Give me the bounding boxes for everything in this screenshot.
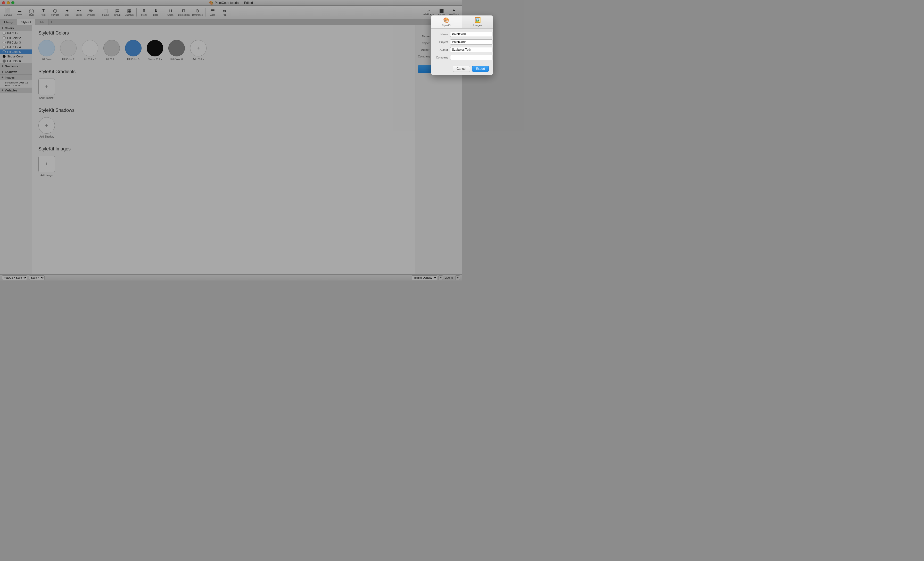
- modal-company-row: Company: [435, 55, 462, 60]
- export-modal: 🎨 StyleKit 🖼️ Images Name Project Author: [431, 15, 462, 75]
- modal-name-label: Name: [435, 33, 448, 36]
- modal-overlay: 🎨 StyleKit 🖼️ Images Name Project Author: [0, 0, 462, 280]
- modal-stylekit-label: StyleKit: [442, 24, 451, 27]
- modal-project-row: Project: [435, 39, 462, 45]
- modal-author-label: Author: [435, 48, 448, 51]
- modal-actions: Cancel Export: [431, 66, 462, 75]
- modal-name-input[interactable]: [450, 32, 462, 37]
- modal-tab-stylekit[interactable]: 🎨 StyleKit: [431, 15, 462, 28]
- modal-form: Name Project Author Company: [431, 28, 462, 66]
- modal-company-label: Company: [435, 56, 448, 59]
- modal-cancel-button[interactable]: Cancel: [453, 66, 462, 72]
- modal-company-input[interactable]: [450, 55, 462, 60]
- modal-author-row: Author: [435, 47, 462, 52]
- modal-name-row: Name: [435, 32, 462, 37]
- modal-stylekit-icon: 🎨: [443, 17, 450, 23]
- modal-project-label: Project: [435, 40, 448, 43]
- modal-tabs: 🎨 StyleKit 🖼️ Images: [431, 15, 462, 28]
- modal-author-input[interactable]: [450, 47, 462, 52]
- modal-project-input[interactable]: [450, 39, 462, 45]
